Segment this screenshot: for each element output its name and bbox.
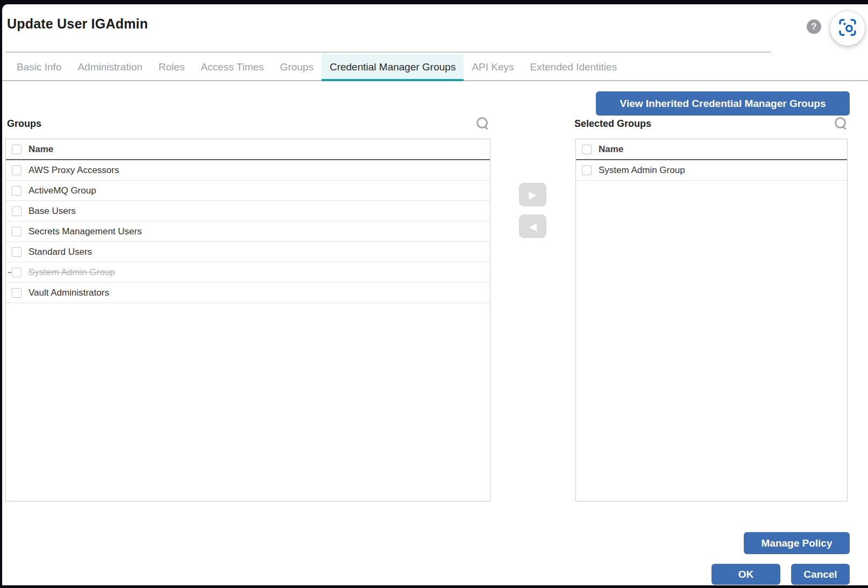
arrow-left-icon: ◀ xyxy=(529,220,537,233)
select-all-checkbox[interactable] xyxy=(582,145,592,154)
manage-policy-button[interactable]: Manage Policy xyxy=(744,532,850,554)
table-row[interactable]: Standard Users xyxy=(6,242,490,262)
update-user-dialog: Update User IGAdmin ? Basic Info Adminis… xyxy=(2,4,868,585)
select-all-checkbox[interactable] xyxy=(12,145,22,154)
group-name: Base Users xyxy=(29,206,76,217)
tab-api-keys[interactable]: API Keys xyxy=(464,54,522,80)
tab-basic-info[interactable]: Basic Info xyxy=(9,54,69,80)
tab-bar: Basic Info Administration Roles Access T… xyxy=(2,54,868,81)
group-name: Secrets Management Users xyxy=(29,226,142,237)
group-name: System Admin Group xyxy=(29,267,115,278)
tab-extended-identities[interactable]: Extended Identities xyxy=(522,54,625,80)
table-header-row: Name xyxy=(6,139,490,160)
tab-roles[interactable]: Roles xyxy=(151,54,193,80)
group-name: Vault Administrators xyxy=(29,288,109,298)
row-checkbox[interactable] xyxy=(12,206,22,216)
cancel-button[interactable]: Cancel xyxy=(791,564,850,585)
group-name: ActiveMQ Group xyxy=(29,185,96,196)
row-checkbox[interactable] xyxy=(12,186,22,196)
table-row[interactable]: AWS Proxy Accessors xyxy=(6,160,490,181)
table-row: System Admin Group xyxy=(6,262,490,283)
page-title: Update User IGAdmin xyxy=(7,16,148,32)
group-name: AWS Proxy Accessors xyxy=(29,165,119,176)
table-row[interactable]: ActiveMQ Group xyxy=(6,181,490,201)
title-divider xyxy=(5,52,771,53)
help-glyph: ? xyxy=(811,21,816,32)
tab-credential-manager-groups[interactable]: Credential Manager Groups xyxy=(322,54,464,80)
search-icon[interactable] xyxy=(475,116,490,131)
groups-table: Name AWS Proxy Accessors ActiveMQ Group … xyxy=(5,139,490,501)
tab-administration[interactable]: Administration xyxy=(69,54,150,80)
group-name: Standard Users xyxy=(29,247,92,257)
move-left-button[interactable]: ◀ xyxy=(519,214,546,238)
row-checkbox xyxy=(12,268,22,277)
groups-panel-title: Groups xyxy=(7,118,41,130)
table-header-row: Name xyxy=(576,139,847,160)
row-checkbox[interactable] xyxy=(12,288,22,298)
table-row[interactable]: System Admin Group xyxy=(576,160,847,181)
arrow-right-icon: ▶ xyxy=(529,189,537,201)
view-inherited-credential-manager-groups-button[interactable]: View Inherited Credential Manager Groups xyxy=(596,91,850,116)
group-name: System Admin Group xyxy=(599,165,685,176)
help-icon[interactable]: ? xyxy=(807,19,821,34)
selected-groups-table: Name System Admin Group xyxy=(575,139,848,501)
row-checkbox[interactable] xyxy=(12,166,22,175)
move-right-button[interactable]: ▶ xyxy=(519,183,546,206)
screen-capture-button[interactable] xyxy=(830,11,865,46)
search-icon[interactable] xyxy=(834,116,849,131)
row-checkbox[interactable] xyxy=(582,166,592,175)
screen-capture-icon xyxy=(838,18,857,39)
table-row[interactable]: Base Users xyxy=(6,201,490,221)
tab-groups[interactable]: Groups xyxy=(272,54,322,80)
table-row[interactable]: Secrets Management Users xyxy=(6,221,490,242)
row-checkbox[interactable] xyxy=(12,247,22,257)
row-checkbox[interactable] xyxy=(12,227,22,236)
table-row[interactable]: Vault Administrators xyxy=(6,283,490,303)
selected-groups-panel-title: Selected Groups xyxy=(574,118,651,130)
ok-button[interactable]: OK xyxy=(712,564,780,585)
tab-access-times[interactable]: Access Times xyxy=(193,54,272,80)
column-header-name: Name xyxy=(29,144,53,155)
column-header-name: Name xyxy=(599,144,623,155)
